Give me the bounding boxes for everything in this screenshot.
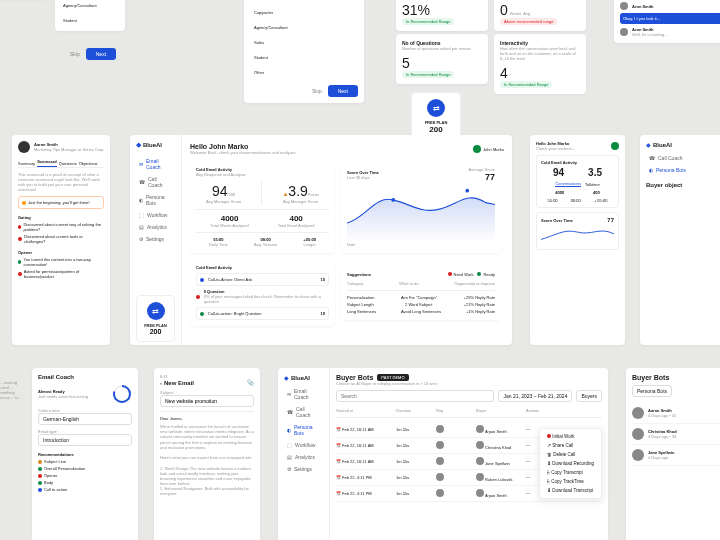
col-header[interactable]: Buyer [476, 408, 526, 413]
warn-icon [38, 460, 42, 464]
status-badge: In Recommended Range [402, 18, 454, 25]
nav-settings[interactable]: ⚙ Settings [284, 463, 323, 475]
words-total: 4000 [221, 214, 239, 223]
status-sub: Just needs some fine-tuning [38, 394, 88, 399]
list-item[interactable]: Jane Spellwin4 Days ago [632, 445, 720, 466]
words-label: Total Words Analyzed [210, 223, 248, 228]
nav-persona-bots[interactable]: ◐ Persona Bots [646, 164, 720, 176]
col-header[interactable]: Duration [396, 408, 436, 413]
nav-email-coach[interactable]: ✉ Email Coach [284, 385, 323, 403]
next-button[interactable]: Next [86, 48, 116, 60]
role-option[interactable]: Agency/Consultant [59, 0, 121, 12]
date-filter[interactable]: Jan 21, 2023 – Feb 21, 2024 [498, 390, 572, 402]
menu-delete-call[interactable]: 🗑 Delete Call [543, 450, 598, 459]
search-input[interactable] [336, 390, 494, 402]
logo-icon: ◆ [136, 141, 141, 149]
role-option[interactable]: Copywriter [250, 6, 358, 19]
status-badge: In Recommended Range [402, 71, 454, 78]
col-header[interactable]: Actions [526, 408, 566, 413]
back-icon[interactable]: ‹ [160, 380, 162, 386]
avatar[interactable] [473, 145, 481, 153]
tab-summary[interactable]: Summary [18, 161, 35, 166]
sugg-impact: +21% Reply Rate [464, 302, 495, 307]
avatar [18, 141, 30, 153]
culture-select[interactable]: German-English [38, 413, 132, 425]
tab-conversations[interactable]: Conversations [555, 181, 581, 187]
tab-objections[interactable]: Objections [79, 161, 98, 166]
nav-call-coach[interactable]: ☎ Call Coach [646, 152, 720, 164]
pass-icon [18, 260, 21, 264]
col-header[interactable]: Started at [336, 408, 396, 413]
email-greeting: Dear James, [160, 416, 254, 421]
chart-sub: Last 30 days [347, 175, 379, 180]
menu-copy-tracktime[interactable]: ⎘ Copy TrackTime [543, 477, 598, 486]
nav-settings[interactable]: ⚙Settings [136, 233, 175, 245]
tab-questions[interactable]: Questions [59, 161, 77, 166]
list-item[interactable]: Aaron Smith4 Days ago • 45 [632, 403, 720, 424]
col-header: What to do [399, 281, 418, 286]
mail-icon [200, 278, 204, 282]
metric-value: 0 [500, 2, 508, 18]
buyer-sub: Choose an AI Buyer to roleplay conversat… [336, 381, 602, 386]
type-select[interactable]: Introduction [38, 434, 132, 446]
menu-download-rec[interactable]: ⬇ Download Recording [543, 459, 598, 468]
status-badge: In Recommended Range [500, 81, 552, 88]
nav-analytics[interactable]: ▤ Analytics [284, 451, 323, 463]
sugg-cat: Long Sentences [347, 309, 376, 314]
cold-item: Call-to-Action: Direct Ask [208, 277, 252, 282]
nav-call-coach[interactable]: ☎ Call Coach [284, 403, 323, 421]
rec-item: Subject Line [44, 459, 66, 464]
role-option[interactable]: Agency/Consultant [250, 21, 358, 34]
nav-persona-bots[interactable]: ◐Persona Bots [136, 191, 175, 209]
nav-workflow[interactable]: ⬚Workflow [136, 209, 175, 221]
buyer-filter[interactable]: Buyers [576, 390, 602, 402]
list-item[interactable]: Christina Khod4 Days ago • 33 [632, 424, 720, 445]
col-header[interactable]: Rep [436, 408, 476, 413]
tab-scorecard[interactable]: Scorecard [37, 159, 57, 167]
sugg-cat: Personalization [347, 295, 374, 300]
menu-initial-work[interactable]: Initial Work [543, 432, 598, 441]
time-label: Avg. Session [254, 242, 277, 247]
role-option[interactable]: Sales [250, 36, 358, 49]
menu-share-call[interactable]: ↗ Share Call [543, 441, 598, 450]
nav-call-coach[interactable]: ☎Call Coach [136, 173, 175, 191]
intro-text: This scorecard is a proof of concept of … [18, 172, 104, 192]
nav-email-coach[interactable]: ✉Email Coach [136, 155, 175, 173]
role-option[interactable]: Other [250, 66, 358, 79]
skip-button[interactable]: Skip [70, 51, 80, 57]
score-label: Avg Manager Score [206, 199, 241, 204]
emails-total: 400 [289, 214, 302, 223]
buyer-obj-title: Buyer object [646, 182, 720, 188]
subject-input[interactable] [160, 395, 254, 407]
menu-copy-transcript[interactable]: ⎘ Copy Transcript [543, 468, 598, 477]
text-fragment: position meets making the first to ... m… [0, 380, 20, 405]
nav-workflow[interactable]: ⬚ Workflow [284, 439, 323, 451]
buyer-title: Buyer Bots [336, 374, 373, 381]
role-option[interactable]: Freelance [250, 0, 358, 4]
metric-avg: Avg [523, 11, 530, 16]
demo-badge: PAST DEMO [377, 374, 408, 381]
nav-analytics[interactable]: ▤Analytics [136, 221, 175, 233]
tab-talktime[interactable]: Talktime [585, 182, 600, 187]
sugg-impact: +1% Reply Rate [466, 309, 495, 314]
mini-time: 55:00 [548, 198, 558, 203]
nav-persona-bots[interactable]: ◐ Persona Bots [284, 421, 323, 439]
skip-button[interactable]: Skip [312, 88, 322, 94]
rec-item: Call to action [44, 487, 67, 492]
mini-chart-val: 77 [607, 217, 614, 223]
menu-download-transcript[interactable]: ⬇ Download Transcript [543, 486, 598, 495]
legend-icon [448, 272, 452, 276]
persona-tab[interactable]: Persona Bots [632, 385, 672, 397]
fail-icon [18, 225, 21, 229]
speaker-name: Aron Smith [632, 4, 654, 9]
email-body[interactable]: We're thrilled to announce the launch of… [160, 424, 254, 497]
role-option[interactable]: Student [59, 14, 121, 27]
role-option[interactable]: Student [250, 51, 358, 64]
brand: BlueAI [653, 142, 672, 148]
avatar[interactable] [611, 142, 619, 150]
greeting: Hello John Marko [190, 143, 296, 150]
attach-icon[interactable]: 📎 [247, 379, 254, 386]
next-button[interactable]: Next [328, 85, 358, 97]
plan-count: 200 [418, 125, 454, 134]
mini-score: 94 [553, 167, 564, 178]
